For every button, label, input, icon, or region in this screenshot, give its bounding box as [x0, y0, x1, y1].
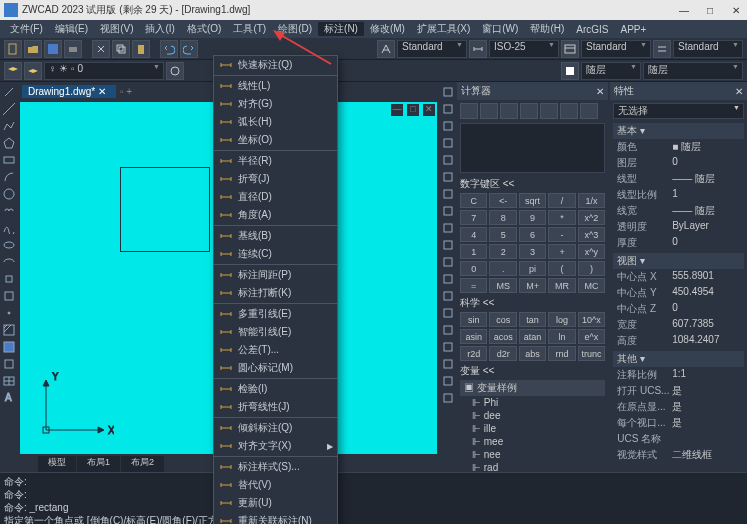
calc-toolbar-button[interactable] — [580, 103, 598, 119]
property-row[interactable]: 在原点显...是 — [613, 399, 744, 415]
property-row[interactable]: 颜色■ 随层 — [613, 139, 744, 155]
stretch-tool[interactable] — [440, 203, 456, 219]
menu-item[interactable]: 编辑(E) — [49, 22, 94, 36]
menu-dropdown-item[interactable]: 基线(B) — [214, 227, 337, 245]
menu-dropdown-item[interactable]: 连续(C) — [214, 245, 337, 263]
variable-row[interactable]: ⊩ mee — [460, 435, 605, 448]
menu-dropdown-item[interactable]: 倾斜标注(Q) — [214, 419, 337, 437]
variable-row[interactable]: ⊩ ille — [460, 422, 605, 435]
menu-dropdown-item[interactable]: 折弯线性(J) — [214, 398, 337, 416]
variable-row[interactable]: ⊩ dee — [460, 409, 605, 422]
layout-tab[interactable]: 布局2 — [121, 456, 164, 472]
calc-key[interactable]: 7 — [460, 210, 487, 225]
move-tool[interactable] — [440, 84, 456, 100]
gradient-tool[interactable] — [1, 339, 17, 355]
calc-key[interactable]: x^3 — [578, 227, 605, 242]
calc-toolbar-button[interactable] — [480, 103, 498, 119]
break-tool[interactable] — [440, 254, 456, 270]
layer-states-button[interactable] — [24, 62, 42, 80]
revcloud-tool[interactable] — [1, 203, 17, 219]
calc-key[interactable]: pi — [519, 261, 546, 276]
menu-dropdown-item[interactable]: 对齐文字(X)▶ — [214, 437, 337, 455]
property-row[interactable]: 透明度ByLayer — [613, 219, 744, 235]
menu-item[interactable]: 格式(O) — [181, 22, 227, 36]
variable-row[interactable]: ⊩ nee — [460, 448, 605, 461]
calc-key[interactable]: e^x — [578, 329, 605, 344]
calc-key[interactable]: + — [548, 244, 575, 259]
calc-key[interactable]: 10^x — [578, 312, 605, 327]
redo-button[interactable] — [180, 40, 198, 58]
property-row[interactable]: 注释比例1:1 — [613, 367, 744, 383]
extend-tool[interactable] — [440, 237, 456, 253]
ml-style-icon[interactable] — [653, 40, 671, 58]
calc-key[interactable]: asin — [460, 329, 487, 344]
calc-key[interactable]: 3 — [519, 244, 546, 259]
menu-item[interactable]: 工具(T) — [227, 22, 272, 36]
color-combo[interactable]: 随层 — [581, 62, 641, 80]
calc-key[interactable]: * — [548, 210, 575, 225]
doc-maximize-button[interactable]: □ — [407, 104, 419, 116]
save-button[interactable] — [44, 40, 62, 58]
calc-key[interactable]: 0 — [460, 261, 487, 276]
property-row[interactable]: 宽度607.7385 — [613, 317, 744, 333]
property-row[interactable]: 高度1084.2407 — [613, 333, 744, 349]
selection-combo[interactable]: 无选择 — [613, 103, 744, 119]
menu-dropdown-item[interactable]: 公差(T)... — [214, 341, 337, 359]
menu-dropdown-item[interactable]: 坐标(O) — [214, 131, 337, 149]
spline-tool[interactable] — [1, 220, 17, 236]
property-row[interactable]: 每个视口...是 — [613, 415, 744, 431]
measure-tool[interactable] — [440, 356, 456, 372]
open-button[interactable] — [24, 40, 42, 58]
print-button[interactable] — [64, 40, 82, 58]
linetype-combo[interactable]: 随层 — [643, 62, 743, 80]
polygon-tool[interactable] — [1, 135, 17, 151]
variable-row[interactable]: ⊩ rad — [460, 461, 605, 472]
pline-tool[interactable] — [1, 118, 17, 134]
menu-dropdown-item[interactable]: 半径(R) — [214, 152, 337, 170]
property-row[interactable]: 打开 UCS...是 — [613, 383, 744, 399]
calc-key[interactable]: cos — [489, 312, 516, 327]
doc-close-button[interactable]: ✕ — [423, 104, 435, 116]
menu-dropdown-item[interactable]: 更新(U) — [214, 494, 337, 512]
calc-key[interactable]: r2d — [460, 346, 487, 361]
layer-combo[interactable]: ♀ ☀ ▫ 0 — [44, 62, 164, 80]
calc-key[interactable]: d2r — [489, 346, 516, 361]
text-style-combo[interactable]: Standard — [397, 40, 467, 58]
property-row[interactable]: 厚度0 — [613, 235, 744, 251]
add-tab-button[interactable]: ▫ + — [120, 86, 132, 97]
calc-key[interactable]: tan — [519, 312, 546, 327]
copy-tool[interactable] — [440, 101, 456, 117]
calc-key[interactable]: MS — [489, 278, 516, 293]
section-misc[interactable]: 其他 ▾ — [613, 351, 744, 367]
layout-tab[interactable]: 模型 — [38, 456, 76, 472]
property-row[interactable]: 视觉样式二维线框 — [613, 447, 744, 463]
calc-key[interactable]: / — [548, 193, 575, 208]
property-row[interactable]: 线型—— 随层 — [613, 171, 744, 187]
scale-tool[interactable] — [440, 186, 456, 202]
copy-button[interactable] — [112, 40, 130, 58]
ellipse-arc-tool[interactable] — [1, 254, 17, 270]
calc-toolbar-button[interactable] — [560, 103, 578, 119]
calc-key[interactable]: 1/x — [578, 193, 605, 208]
arc-tool[interactable] — [1, 169, 17, 185]
property-row[interactable]: 中心点 Z0 — [613, 301, 744, 317]
calc-key[interactable]: C — [460, 193, 487, 208]
calc-key[interactable]: - — [548, 227, 575, 242]
calc-key[interactable]: x^y — [578, 244, 605, 259]
calc-key[interactable]: log — [548, 312, 575, 327]
variable-row[interactable]: ⊩ Phi — [460, 396, 605, 409]
calc-key[interactable]: atan — [519, 329, 546, 344]
new-button[interactable] — [4, 40, 22, 58]
calc-key[interactable]: 9 — [519, 210, 546, 225]
dim-style-combo[interactable]: ISO-25 — [489, 40, 559, 58]
menu-dropdown-item[interactable]: 圆心标记(M) — [214, 359, 337, 377]
layer-button[interactable] — [4, 62, 22, 80]
fillet-tool[interactable] — [440, 305, 456, 321]
menu-dropdown-item[interactable]: 对齐(G) — [214, 95, 337, 113]
calculator-close-button[interactable]: ✕ — [596, 86, 604, 97]
calc-key[interactable]: = — [460, 278, 487, 293]
command-line[interactable]: 命令: 命令: 命令: _rectang 指定第一个角点或 [倒角(C)/标高(… — [0, 472, 747, 524]
undo-button[interactable] — [160, 40, 178, 58]
calc-toolbar-button[interactable] — [540, 103, 558, 119]
maximize-button[interactable]: □ — [703, 5, 717, 16]
